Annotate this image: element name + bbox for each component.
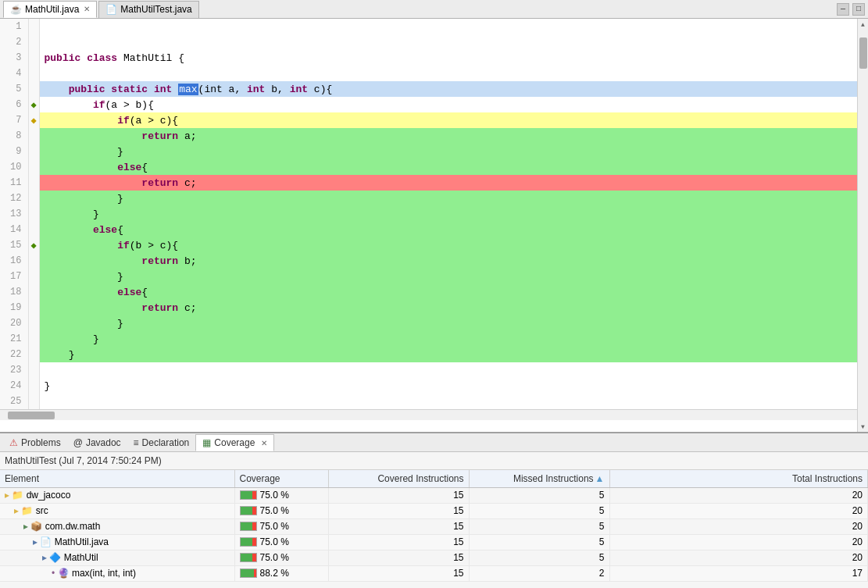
- line-code[interactable]: else{: [39, 222, 857, 237]
- line-code[interactable]: return c;: [39, 300, 857, 315]
- line-number: 25: [0, 394, 28, 409]
- line-code[interactable]: return c;: [39, 175, 857, 191]
- maximize-button[interactable]: □: [852, 3, 865, 16]
- line-code[interactable]: }: [39, 269, 857, 284]
- tab-mathutil-close[interactable]: ✕: [84, 5, 90, 13]
- coverage-bar: 88.2 %: [240, 568, 289, 579]
- line-marker: [28, 81, 39, 97]
- line-code[interactable]: }: [39, 191, 857, 206]
- coverage-element-cell[interactable]: • 🔮 max(int, int, int): [0, 565, 234, 581]
- line-code[interactable]: public class MathUtil {: [39, 50, 857, 66]
- v-scrollbar-thumb[interactable]: [859, 37, 867, 69]
- line-number: 18: [0, 284, 28, 300]
- coverage-element-cell[interactable]: ▸ 📁 dw_jacoco: [0, 487, 234, 503]
- line-code[interactable]: else{: [39, 159, 857, 175]
- line-code[interactable]: }: [39, 206, 857, 222]
- coverage-row: ▸ 📁 dw_jacoco 75.0 % 15520: [0, 487, 868, 503]
- src-icon: ▸ 📁: [14, 505, 33, 516]
- h-scrollbar-thumb[interactable]: [8, 412, 55, 419]
- coverage-row: ▸ 📦 com.dw.math 75.0 % 15520: [0, 519, 868, 534]
- folder-icon: ▸ 📁: [5, 490, 23, 501]
- line-code[interactable]: [39, 19, 857, 34]
- coverage-bar: 75.0 %: [240, 552, 289, 563]
- line-marker: [28, 50, 39, 66]
- coverage-element-cell[interactable]: ▸ 📄 MathUtil.java: [0, 534, 234, 550]
- line-code[interactable]: else{: [39, 284, 857, 300]
- coverage-element-cell[interactable]: ▸ 📁 src: [0, 503, 234, 519]
- coverage-tab-close[interactable]: ✕: [261, 439, 267, 447]
- coverage-table-header: Element Coverage Covered Instructions Mi…: [0, 470, 868, 487]
- col-total[interactable]: Total Instructions: [609, 470, 868, 487]
- line-code[interactable]: }: [39, 315, 857, 331]
- line-code[interactable]: if(a > c){: [39, 112, 857, 128]
- line-marker: [28, 378, 39, 394]
- line-code[interactable]: }: [39, 347, 857, 362]
- bottom-tab-bar: ⚠ Problems @ Javadoc ≡ Declaration ▦ Cov…: [0, 433, 868, 452]
- bar-container: [240, 568, 257, 578]
- horizontal-scrollbar[interactable]: [0, 409, 857, 420]
- coverage-pct-text: 75.0 %: [260, 536, 289, 547]
- line-code[interactable]: [39, 66, 857, 81]
- tab-coverage[interactable]: ▦ Coverage ✕: [195, 434, 274, 451]
- line-code[interactable]: [39, 362, 857, 378]
- line-code[interactable]: return b;: [39, 253, 857, 269]
- line-marker: ◆: [28, 97, 39, 112]
- code-line-2: 2: [0, 34, 857, 50]
- coverage-table-container[interactable]: Element Coverage Covered Instructions Mi…: [0, 470, 868, 588]
- declaration-icon: ≡: [134, 437, 139, 448]
- coverage-pct-cell: 75.0 %: [234, 550, 328, 565]
- bar-green: [241, 569, 254, 577]
- col-covered[interactable]: Covered Instructions: [328, 470, 469, 487]
- line-code[interactable]: public static int max(int a, int b, int …: [39, 81, 857, 97]
- coverage-pct-text: 88.2 %: [260, 568, 289, 579]
- bar-container: [240, 553, 257, 562]
- bar-green: [241, 538, 252, 546]
- tab-declaration[interactable]: ≡ Declaration: [127, 434, 196, 451]
- coverage-label: Coverage: [214, 437, 255, 448]
- scroll-down-arrow[interactable]: ▼: [858, 421, 869, 432]
- line-code[interactable]: if(a > b){: [39, 97, 857, 112]
- total-instructions-cell: 20: [609, 487, 868, 503]
- scroll-up-arrow[interactable]: ▲: [858, 19, 869, 30]
- line-code[interactable]: }: [39, 144, 857, 159]
- coverage-row: • 🔮 max(int, int, int) 88.2 % 15217: [0, 565, 868, 581]
- line-code[interactable]: if(b > c){: [39, 237, 857, 253]
- line-code[interactable]: [39, 34, 857, 50]
- code-line-15: 15◆ if(b > c){: [0, 237, 857, 253]
- vertical-scrollbar[interactable]: ▲ ▼: [857, 19, 868, 432]
- line-code[interactable]: return a;: [39, 128, 857, 144]
- col-coverage[interactable]: Coverage: [234, 470, 328, 487]
- tab-problems[interactable]: ⚠ Problems: [3, 434, 67, 451]
- line-code[interactable]: }: [39, 378, 857, 394]
- code-line-6: 6◆ if(a > b){: [0, 97, 857, 112]
- coverage-row: ▸ 🔷 MathUtil 75.0 % 15520: [0, 550, 868, 565]
- line-number: 19: [0, 300, 28, 315]
- tab-mathutiltest-java[interactable]: 📄 MathUtilTest.java: [98, 1, 198, 18]
- code-editor[interactable]: 123public class MathUtil {45 public stat…: [0, 19, 857, 432]
- coverage-bar: 75.0 %: [240, 536, 289, 547]
- line-marker: [28, 34, 39, 50]
- line-marker: [28, 206, 39, 222]
- line-code[interactable]: [39, 394, 857, 409]
- col-missed[interactable]: Missed Instructions▲: [469, 470, 609, 487]
- minimize-button[interactable]: —: [837, 3, 849, 16]
- line-number: 1: [0, 19, 28, 34]
- bar-container: [240, 522, 257, 531]
- line-marker: [28, 159, 39, 175]
- line-code[interactable]: }: [39, 331, 857, 347]
- code-line-10: 10 else{: [0, 159, 857, 175]
- bar-container: [240, 537, 257, 547]
- coverage-element-cell[interactable]: ▸ 📦 com.dw.math: [0, 519, 234, 534]
- line-number: 24: [0, 378, 28, 394]
- line-number: 7: [0, 112, 28, 128]
- tab-mathutiltest-label: MathUtilTest.java: [120, 4, 191, 15]
- code-line-11: 11 return c;: [0, 175, 857, 191]
- code-line-19: 19 return c;: [0, 300, 857, 315]
- tab-javadoc[interactable]: @ Javadoc: [67, 434, 127, 451]
- bar-red: [252, 538, 256, 546]
- coverage-element-cell[interactable]: ▸ 🔷 MathUtil: [0, 550, 234, 565]
- tab-mathutil-java[interactable]: ☕ MathUtil.java ✕: [3, 1, 97, 18]
- editor-tab-bar: ☕ MathUtil.java ✕ 📄 MathUtilTest.java — …: [0, 0, 868, 19]
- line-marker: [28, 175, 39, 191]
- line-number: 14: [0, 222, 28, 237]
